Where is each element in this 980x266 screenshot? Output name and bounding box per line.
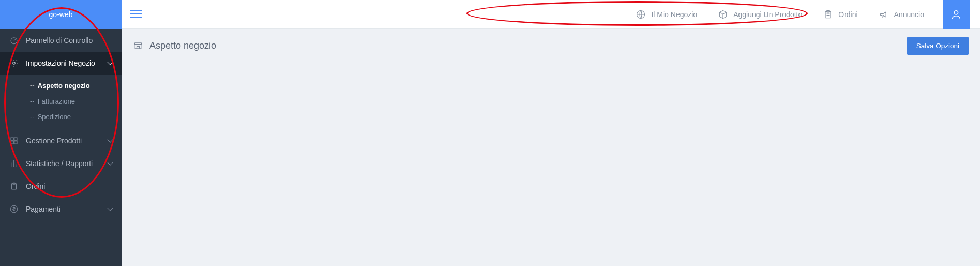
svg-rect-4 bbox=[11, 141, 13, 144]
toplink-announcement[interactable]: Annuncio bbox=[879, 9, 924, 20]
submenu-item-shipping[interactable]: -- Spedizione bbox=[0, 109, 122, 124]
storefront-icon bbox=[133, 40, 143, 51]
toplink-orders[interactable]: Ordini bbox=[823, 9, 857, 20]
toplink-label: Annuncio bbox=[894, 10, 924, 19]
submenu-prefix: -- bbox=[30, 82, 35, 90]
sidebar-item-orders[interactable]: Ordini bbox=[0, 175, 122, 198]
submenu-store-settings: -- Aspetto negozio -- Fatturazione -- Sp… bbox=[0, 75, 122, 129]
sidebar-item-label: Pagamenti bbox=[26, 205, 108, 213]
chevron-down-icon bbox=[107, 59, 113, 65]
bar-chart-icon bbox=[9, 159, 19, 168]
svg-rect-2 bbox=[11, 138, 13, 140]
submenu-item-appearance[interactable]: -- Aspetto negozio bbox=[0, 78, 122, 93]
save-options-button[interactable]: Salva Opzioni bbox=[907, 37, 969, 55]
toplink-label: Aggiungi Un Prodotto bbox=[733, 10, 802, 19]
toplink-label: Ordini bbox=[838, 10, 857, 19]
sidebar-item-label: Statistiche / Rapporti bbox=[26, 159, 108, 168]
top-navbar: Il Mio Negozio Aggiungi Un Prodotto Ordi… bbox=[122, 0, 980, 29]
sidebar-item-label: Gestione Prodotti bbox=[26, 137, 108, 145]
globe-icon bbox=[636, 9, 646, 20]
toplink-label: Il Mio Negozio bbox=[651, 10, 697, 19]
svg-rect-3 bbox=[14, 138, 17, 140]
dollar-icon bbox=[9, 204, 19, 214]
svg-point-12 bbox=[954, 10, 958, 14]
user-icon bbox=[951, 9, 962, 20]
submenu-item-billing[interactable]: -- Fatturazione bbox=[0, 93, 122, 109]
sidebar-item-stats[interactable]: Statistiche / Rapporti bbox=[0, 152, 122, 175]
gear-icon bbox=[9, 58, 19, 68]
submenu-label: Fatturazione bbox=[38, 97, 75, 105]
sidebar-item-dashboard[interactable]: Pannello di Controllo bbox=[0, 29, 122, 52]
clipboard-icon bbox=[823, 9, 833, 20]
sidebar-item-label: Impostazioni Negozio bbox=[26, 59, 108, 67]
brand-label: go-web bbox=[49, 10, 73, 19]
sidebar-toggle[interactable] bbox=[130, 8, 142, 21]
svg-point-1 bbox=[13, 62, 16, 65]
gauge-icon bbox=[9, 36, 19, 45]
sidebar-item-label: Ordini bbox=[26, 182, 112, 190]
svg-rect-5 bbox=[14, 141, 17, 144]
chevron-down-icon bbox=[107, 205, 113, 211]
sidebar-item-products[interactable]: Gestione Prodotti bbox=[0, 129, 122, 152]
chevron-down-icon bbox=[107, 159, 113, 165]
grid-icon bbox=[9, 136, 19, 145]
megaphone-icon bbox=[879, 9, 889, 20]
sidebar-item-payments[interactable]: Pagamenti bbox=[0, 198, 122, 220]
toplink-add-product[interactable]: Aggiungi Un Prodotto bbox=[718, 9, 802, 20]
submenu-prefix: -- bbox=[30, 113, 35, 121]
submenu-prefix: -- bbox=[30, 97, 35, 105]
sidebar-item-label: Pannello di Controllo bbox=[26, 36, 112, 45]
page-title: Aspetto negozio bbox=[149, 40, 907, 51]
sidebar-item-store-settings[interactable]: Impostazioni Negozio bbox=[0, 52, 122, 75]
clipboard-icon bbox=[9, 182, 19, 191]
chevron-down-icon bbox=[107, 137, 113, 142]
brand-title[interactable]: go-web bbox=[0, 0, 122, 29]
submenu-label: Spedizione bbox=[38, 113, 71, 121]
page-body bbox=[122, 62, 980, 266]
toplink-my-store[interactable]: Il Mio Negozio bbox=[636, 9, 697, 20]
page-header: Aspetto negozio Salva Opzioni bbox=[122, 29, 980, 62]
sidebar: go-web Pannello di Controllo Impostazion… bbox=[0, 0, 122, 266]
submenu-label: Aspetto negozio bbox=[38, 82, 90, 90]
cube-icon bbox=[718, 9, 728, 20]
user-menu[interactable] bbox=[943, 0, 970, 29]
